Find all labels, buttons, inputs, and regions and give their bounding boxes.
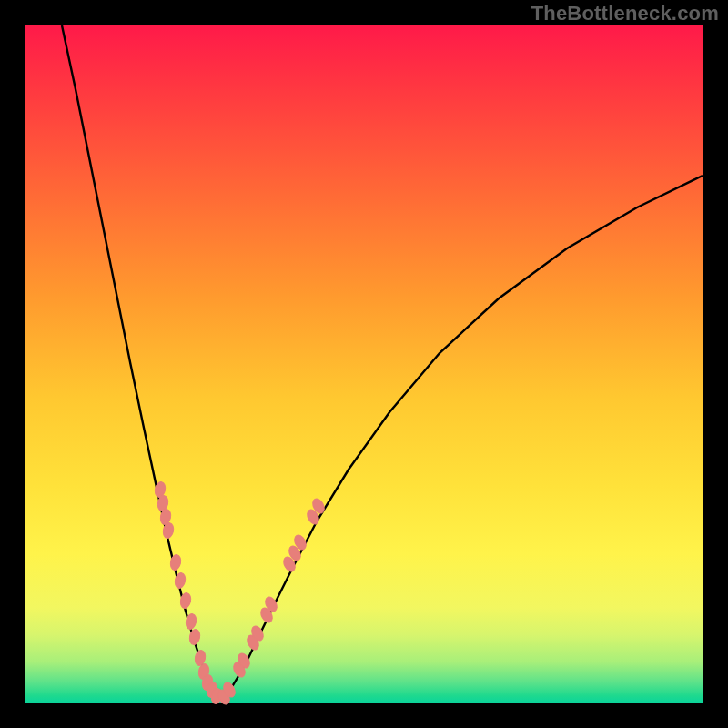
plot-area xyxy=(25,25,703,703)
watermark: TheBottleneck.com xyxy=(531,2,719,25)
curves-svg xyxy=(25,25,703,703)
chart-frame: TheBottleneck.com xyxy=(0,0,728,728)
curve-left xyxy=(62,25,217,697)
bead-group xyxy=(154,481,327,707)
curve-right xyxy=(224,176,703,699)
bead xyxy=(188,629,201,646)
